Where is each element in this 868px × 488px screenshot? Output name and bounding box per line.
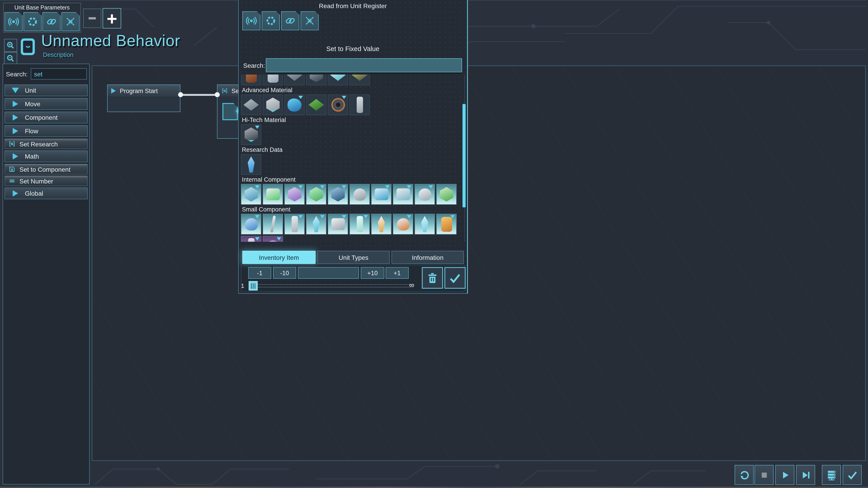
green-screen-module-item[interactable] [436, 184, 457, 205]
node-program-start[interactable]: Program Start [107, 85, 180, 112]
glass-tubes-item[interactable] [263, 74, 283, 86]
glow-cell-item-icon [356, 216, 363, 232]
fuel-tower-item[interactable] [393, 214, 413, 234]
support-frame-item[interactable] [349, 94, 370, 115]
wire-endpoint[interactable] [215, 92, 220, 97]
popup-signal-register-slot[interactable] [242, 11, 260, 30]
page-title[interactable]: Unnamed Behavior [41, 32, 180, 50]
quantity-minus1-button[interactable]: -1 [248, 267, 271, 279]
stop-button[interactable] [754, 465, 774, 485]
circuit-board-item[interactable] [306, 94, 327, 115]
relay-tower-item-icon [291, 216, 298, 232]
sidebar-item-label: Flow [25, 127, 38, 135]
restart-button[interactable] [735, 465, 754, 485]
circuit-plate-item[interactable] [328, 74, 348, 86]
variant-indicator-icon [320, 215, 324, 218]
sidebar-item-flow[interactable]: Flow [4, 125, 88, 137]
scrollbar-thumb[interactable] [463, 104, 466, 207]
geodesic-dome-item[interactable] [241, 214, 261, 234]
instruction-sidebar: Search: UnitMoveComponentFlowSet Researc… [3, 64, 90, 484]
log-button[interactable] [822, 465, 841, 485]
converge-register-slot[interactable] [61, 12, 80, 31]
wire-endpoint[interactable] [178, 92, 183, 97]
purple-conduit-item[interactable] [241, 236, 261, 242]
popup-loop-register-slot[interactable] [262, 11, 280, 30]
quantity-plus10-button[interactable]: +10 [361, 267, 384, 279]
optic-module-item[interactable] [414, 184, 435, 205]
sidebar-item-move[interactable]: Move [4, 98, 88, 110]
thruster-wing-item[interactable] [371, 214, 392, 234]
tab-inventory-item[interactable]: Inventory Item [242, 251, 315, 264]
crystal-spire-item[interactable] [306, 214, 327, 234]
node-canvas[interactable]: Program Start Set [92, 66, 866, 461]
sensor-module-item[interactable] [393, 184, 413, 205]
play-button[interactable] [775, 465, 794, 485]
description-link[interactable]: Description [43, 52, 73, 58]
link-register-slot[interactable] [42, 12, 61, 31]
glow-cell-item[interactable] [349, 214, 370, 234]
connection-wire[interactable] [180, 94, 217, 96]
download-icon [8, 165, 16, 173]
quantity-slider-track[interactable] [249, 284, 414, 287]
sidebar-item-set-to-component[interactable]: Set to Component [4, 164, 88, 174]
zoom-out-button[interactable] [4, 52, 17, 65]
metal-beam-item[interactable] [306, 74, 327, 86]
search-input[interactable] [31, 68, 87, 79]
research-crystal-item[interactable] [241, 154, 261, 175]
green-grid-chip-item[interactable] [306, 184, 327, 205]
confirm-run-button[interactable] [843, 465, 862, 485]
striped-plate-item[interactable] [349, 74, 370, 86]
quantity-input[interactable] [298, 267, 359, 279]
support-frame-item-icon [356, 97, 363, 113]
converge-icon [65, 16, 76, 28]
blue-chip-module-item[interactable] [241, 184, 261, 205]
braced-plate-item[interactable] [241, 94, 261, 115]
servo-head-item-icon [331, 218, 345, 230]
amber-capsule-item[interactable] [436, 214, 457, 234]
purple-orb-item[interactable] [263, 236, 283, 242]
step-button[interactable] [796, 465, 815, 485]
popup-converge-register-slot[interactable] [301, 11, 319, 30]
solar-module-item[interactable] [371, 184, 392, 205]
laser-module-item[interactable] [263, 184, 283, 205]
popup-search-input[interactable] [266, 58, 462, 72]
group-row [241, 214, 459, 242]
sidebar-item-global[interactable]: Global [4, 188, 88, 199]
machined-block-item[interactable] [263, 94, 283, 115]
delete-button[interactable] [422, 267, 443, 289]
quantity-minus10-button[interactable]: -10 [273, 267, 296, 279]
quantity-plus1-button[interactable]: +1 [385, 267, 409, 279]
confirm-button[interactable] [444, 267, 466, 289]
beam-emitter-item[interactable] [414, 214, 435, 234]
sidebar-item-set-number[interactable]: Set Number [4, 176, 88, 186]
sidebar-item-component[interactable]: Component [4, 111, 88, 123]
relay-tower-item[interactable] [284, 214, 305, 234]
signal-register-slot[interactable] [4, 12, 23, 31]
power-cube-item[interactable] [284, 184, 305, 205]
glass-tubes-item-icon [268, 74, 278, 83]
sidebar-item-set-research[interactable]: Set Research [4, 139, 88, 149]
metal-plate-item-icon [287, 74, 302, 81]
popup-link-register-slot[interactable] [281, 11, 299, 30]
gyro-module-item[interactable] [349, 184, 370, 205]
group-row [241, 184, 459, 205]
radar-chip-item[interactable] [328, 184, 348, 205]
green-grid-chip-item-icon [309, 187, 323, 201]
add-parameter-button[interactable]: + [103, 8, 121, 29]
wire-spool-item[interactable] [328, 94, 348, 115]
remove-parameter-button[interactable] [83, 8, 101, 28]
zoom-in-button[interactable] [4, 39, 17, 52]
hitech-cube-item[interactable] [241, 124, 261, 145]
copper-coil-item[interactable] [241, 74, 261, 86]
sidebar-item-unit[interactable]: Unit [4, 85, 88, 96]
tab-information[interactable]: Information [392, 251, 464, 264]
tab-unit-types[interactable]: Unit Types [317, 251, 390, 264]
loop-register-slot[interactable] [24, 12, 41, 31]
quantity-slider-handle[interactable] [249, 281, 258, 291]
sidebar-item-math[interactable]: Math [4, 151, 88, 162]
metal-plate-item[interactable] [284, 74, 305, 86]
fuel-tower-item-icon [397, 218, 409, 230]
crystal-cluster-item[interactable] [284, 94, 305, 115]
antenna-rod-item[interactable] [263, 214, 283, 234]
servo-head-item[interactable] [328, 214, 348, 234]
